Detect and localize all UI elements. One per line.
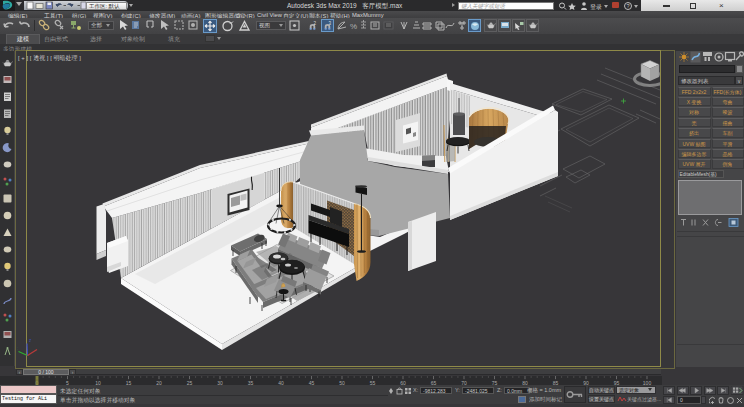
svg-text:%: % bbox=[350, 22, 357, 31]
svg-text:x: x bbox=[17, 346, 19, 351]
svg-text:3: 3 bbox=[329, 21, 332, 26]
svg-text:2: 2 bbox=[314, 21, 317, 26]
svg-text:z: z bbox=[29, 338, 32, 343]
